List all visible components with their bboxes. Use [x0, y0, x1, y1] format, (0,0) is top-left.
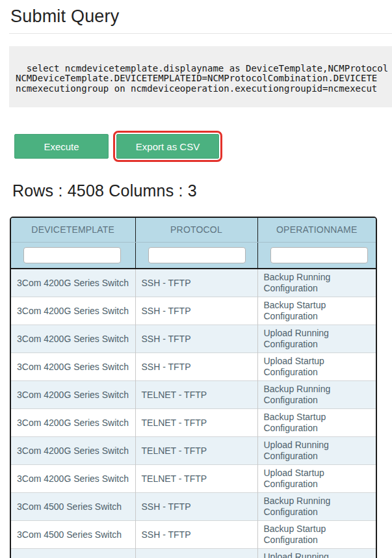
table-cell: TELNET - TFTP: [135, 437, 257, 465]
table-cell: 3Com 4200G Series Switch: [11, 409, 135, 437]
table-cell: SSH - TFTP: [135, 325, 257, 353]
table-row: 3Com 4200G Series SwitchTELNET - TFTPBac…: [11, 381, 376, 409]
table-row: 3Com 4200G Series SwitchSSH - TFTPBackup…: [11, 297, 376, 325]
table-cell: 3Com 4500 Series Switch: [11, 493, 135, 521]
button-row: Execute Export as CSV: [14, 131, 392, 162]
table-cell: TELNET - TFTP: [135, 409, 257, 437]
table-cell: Backup Running Configuration: [257, 381, 376, 409]
table-cell: 3Com 4500 Series Switch: [11, 521, 135, 549]
table-header-row: DEVICETEMPLATE PROTOCOL OPERATIONNAME: [11, 218, 376, 242]
table-body: 3Com 4200G Series SwitchSSH - TFTPBackup…: [11, 269, 376, 558]
results-table: DEVICETEMPLATE PROTOCOL OPERATIONNAME 3C…: [10, 217, 377, 558]
table-cell: SSH - TFTP: [135, 549, 257, 558]
table-row: 3Com 4200G Series SwitchTELNET - TFTPUpl…: [11, 437, 376, 465]
table-cell: 3Com 4200G Series Switch: [11, 437, 135, 465]
table-row: 3Com 4200G Series SwitchTELNET - TFTPUpl…: [11, 465, 376, 493]
table-cell: Backup Startup Configuration: [257, 297, 376, 325]
table-cell: SSH - TFTP: [135, 521, 257, 549]
table-cell: Upload Running Configuration: [257, 549, 376, 558]
table-cell: Upload Running Configuration: [257, 325, 376, 353]
filter-input-devicetemplate[interactable]: [23, 247, 121, 263]
table-filter-row: [11, 242, 376, 269]
table-row: 3Com 4500 Series SwitchSSH - TFTPBackup …: [11, 521, 376, 549]
table-cell: SSH - TFTP: [135, 297, 257, 325]
sql-query-text: select ncmdevicetemplate.displayname as …: [16, 63, 388, 94]
table-row: 3Com 4500 Series SwitchSSH - TFTPBackup …: [11, 493, 376, 521]
table-cell: TELNET - TFTP: [135, 465, 257, 493]
table-cell: Backup Startup Configuration: [257, 521, 376, 549]
table-cell: 3Com 4500 Series Switch: [11, 549, 135, 558]
table-cell: Backup Running Configuration: [257, 269, 376, 297]
table-row: 3Com 4200G Series SwitchSSH - TFTPBackup…: [11, 269, 376, 297]
execute-button[interactable]: Execute: [14, 134, 109, 159]
table-cell: Backup Startup Configuration: [257, 409, 376, 437]
table-cell: TELNET - TFTP: [135, 381, 257, 409]
table-cell: 3Com 4200G Series Switch: [11, 269, 135, 297]
export-csv-button[interactable]: Export as CSV: [116, 134, 219, 159]
column-header-operationname: OPERATIONNAME: [257, 218, 376, 242]
results-summary: Rows : 4508 Columns : 3: [12, 181, 392, 200]
table-cell: 3Com 4200G Series Switch: [11, 297, 135, 325]
table-cell: SSH - TFTP: [135, 269, 257, 297]
filter-input-protocol[interactable]: [148, 247, 246, 263]
filter-cell: [11, 242, 135, 269]
table-row: 3Com 4200G Series SwitchSSH - TFTPUpload…: [11, 325, 376, 353]
table-cell: Upload Running Configuration: [257, 437, 376, 465]
table-cell: Upload Startup Configuration: [257, 353, 376, 381]
table-cell: 3Com 4200G Series Switch: [11, 465, 135, 493]
table-cell: Backup Running Configuration: [257, 493, 376, 521]
page-title: Submit Query: [10, 7, 392, 27]
table-cell: 3Com 4200G Series Switch: [11, 381, 135, 409]
filter-cell: [257, 242, 376, 269]
export-csv-highlight-annotation: Export as CSV: [113, 131, 222, 162]
table-row: 3Com 4500 Series SwitchSSH - TFTPUpload …: [11, 549, 376, 558]
sql-query-box[interactable]: select ncmdevicetemplate.displayname as …: [9, 46, 392, 107]
table-row: 3Com 4200G Series SwitchSSH - TFTPUpload…: [11, 353, 376, 381]
table-cell: 3Com 4200G Series Switch: [11, 353, 135, 381]
table-cell: Upload Startup Configuration: [257, 465, 376, 493]
table-cell: SSH - TFTP: [135, 493, 257, 521]
column-header-devicetemplate: DEVICETEMPLATE: [11, 218, 135, 242]
column-header-protocol: PROTOCOL: [135, 218, 257, 242]
table-cell: 3Com 4200G Series Switch: [11, 325, 135, 353]
table-cell: SSH - TFTP: [135, 353, 257, 381]
title-divider: [9, 33, 392, 34]
table-row: 3Com 4200G Series SwitchTELNET - TFTPBac…: [11, 409, 376, 437]
filter-cell: [135, 242, 257, 269]
filter-input-operationname[interactable]: [270, 247, 368, 263]
